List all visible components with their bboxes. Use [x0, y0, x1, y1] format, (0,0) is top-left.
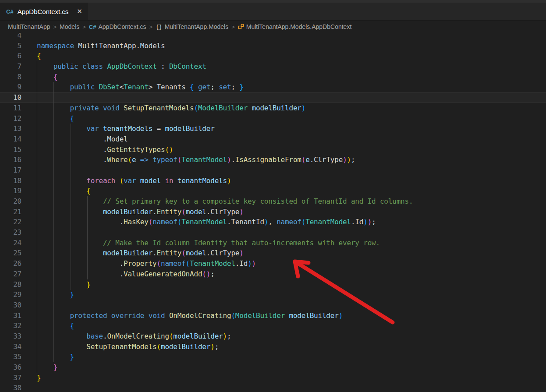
line-number[interactable]: 19 [0, 186, 21, 196]
code-line[interactable]: 6{ [0, 51, 546, 61]
tab-label: AppDbContext.cs [18, 8, 69, 15]
code-line[interactable]: 26 .Property(nameof(TenantModel.Id)) [0, 258, 546, 269]
line-number[interactable]: 17 [0, 165, 21, 176]
line-number[interactable]: 33 [0, 331, 21, 342]
breadcrumb-separator: > [82, 24, 86, 30]
code-text: // Make the Id column Identity that auto… [37, 238, 380, 248]
code-line[interactable]: 38 [0, 383, 546, 392]
code-line[interactable]: 9 public DbSet<Tenant> Tenants { get; se… [0, 82, 546, 92]
code-line[interactable]: 24 // Make the Id column Identity that a… [0, 238, 546, 248]
code-line[interactable]: 25 modelBuilder.Entity(model.ClrType) [0, 248, 546, 258]
line-number[interactable]: 22 [0, 217, 21, 227]
code-line[interactable]: 35 } [0, 352, 546, 362]
code-line[interactable]: 27 .ValueGeneratedOnAdd(); [0, 269, 546, 279]
line-number[interactable]: 6 [0, 51, 21, 61]
line-number[interactable]: 15 [0, 145, 21, 155]
line-number[interactable]: 31 [0, 311, 21, 321]
line-number[interactable]: 26 [0, 258, 21, 269]
code-line[interactable]: 10 [0, 92, 546, 103]
breadcrumb-item-file[interactable]: C# AppDbContext.cs [89, 23, 146, 30]
code-line[interactable]: 30 [0, 300, 546, 311]
code-line[interactable]: 17 [0, 165, 546, 176]
code-line[interactable]: 19 { [0, 186, 546, 196]
code-line[interactable]: 4 [0, 33, 546, 41]
code-line[interactable]: 32 { [0, 321, 546, 331]
breadcrumb-item-project[interactable]: MultiTenantApp [8, 23, 50, 30]
code-line[interactable]: 29 } [0, 290, 546, 300]
code-line[interactable]: 15 .GetEntityTypes() [0, 145, 546, 155]
line-number[interactable]: 34 [0, 342, 21, 352]
tab-appdbcontext[interactable]: C# AppDbContext.cs ✕ [0, 3, 89, 20]
line-number[interactable]: 20 [0, 196, 21, 207]
code-line[interactable]: 31 protected override void OnModelCreati… [0, 311, 546, 321]
tab-close-icon[interactable]: ✕ [77, 7, 82, 15]
code-line[interactable]: 22 .HasKey(nameof(TenantModel.TenantId),… [0, 217, 546, 227]
tab-bar: C# AppDbContext.cs ✕ [0, 3, 546, 21]
code-text: } [37, 290, 74, 300]
code-text: namespace MultiTenantApp.Models [37, 41, 165, 51]
line-number[interactable]: 12 [0, 113, 21, 124]
code-line[interactable]: 5namespace MultiTenantApp.Models [0, 41, 546, 51]
line-number[interactable]: 14 [0, 134, 21, 145]
code-line[interactable]: 37} [0, 373, 546, 383]
line-number[interactable]: 8 [0, 72, 21, 82]
line-number[interactable]: 27 [0, 269, 21, 279]
code-text: public DbSet<Tenant> Tenants { get; set;… [37, 82, 244, 92]
breadcrumb-item-class[interactable]: MultiTenantApp.Models.AppDbContext [238, 23, 351, 30]
code-text: // Set primary key to a composite key co… [37, 196, 413, 207]
code-text: foreach (var model in tenantModels) [37, 176, 231, 186]
breadcrumb-separator: > [231, 24, 235, 30]
code-text: { [37, 186, 91, 196]
line-number[interactable]: 4 [0, 33, 21, 41]
code-text: SetupTenantModels(modelBuilder); [37, 342, 219, 352]
code-text: modelBuilder.Entity(model.ClrType) [37, 248, 244, 258]
code-line[interactable]: 33 base.OnModelCreating(modelBuilder); [0, 331, 546, 342]
line-number[interactable]: 23 [0, 227, 21, 238]
line-number[interactable]: 37 [0, 373, 21, 383]
code-lines: 45namespace MultiTenantApp.Models6{7 pub… [0, 33, 546, 392]
code-line[interactable]: 28 } [0, 279, 546, 290]
line-number[interactable]: 32 [0, 321, 21, 331]
code-line[interactable]: 12 { [0, 113, 546, 124]
code-line[interactable]: 14 .Model [0, 134, 546, 145]
code-editor[interactable]: 45namespace MultiTenantApp.Models6{7 pub… [0, 33, 546, 392]
code-line[interactable]: 8 { [0, 72, 546, 82]
code-text: .GetEntityTypes() [37, 145, 173, 155]
code-text: } [37, 279, 91, 290]
line-number[interactable]: 7 [0, 61, 21, 72]
code-text: { [37, 113, 74, 124]
code-line[interactable]: 18 foreach (var model in tenantModels) [0, 176, 546, 186]
line-number[interactable]: 38 [0, 383, 21, 392]
code-line[interactable]: 7 public class AppDbContext : DbContext [0, 61, 546, 72]
code-line[interactable]: 36 } [0, 362, 546, 373]
line-number[interactable]: 21 [0, 207, 21, 217]
code-line[interactable]: 21 modelBuilder.Entity(model.ClrType) [0, 207, 546, 217]
code-line[interactable]: 16 .Where(e => typeof(TenantModel).IsAss… [0, 155, 546, 165]
breadcrumb-separator: > [149, 24, 152, 30]
line-number[interactable]: 29 [0, 290, 21, 300]
line-number[interactable]: 9 [0, 82, 21, 92]
line-number[interactable]: 25 [0, 248, 21, 258]
code-line[interactable]: 23 [0, 227, 546, 238]
line-number[interactable]: 11 [0, 103, 21, 113]
line-number[interactable]: 16 [0, 155, 21, 165]
code-text: .Property(nameof(TenantModel.Id)) [37, 258, 256, 269]
line-number[interactable]: 10 [0, 92, 21, 103]
line-number[interactable]: 35 [0, 352, 21, 362]
breadcrumb-label: MultiTenantApp [8, 23, 50, 30]
breadcrumb-separator: > [53, 24, 57, 30]
line-number[interactable]: 24 [0, 238, 21, 248]
breadcrumb-item-folder[interactable]: Models [60, 23, 79, 30]
line-number[interactable]: 5 [0, 41, 21, 51]
csharp-file-icon: C# [89, 24, 96, 30]
code-line[interactable]: 34 SetupTenantModels(modelBuilder); [0, 342, 546, 352]
code-line[interactable]: 11 private void SetupTenantModels(ModelB… [0, 103, 546, 113]
line-number[interactable]: 36 [0, 362, 21, 373]
code-line[interactable]: 13 var tenantModels = modelBuilder [0, 124, 546, 134]
line-number[interactable]: 18 [0, 176, 21, 186]
line-number[interactable]: 30 [0, 300, 21, 311]
line-number[interactable]: 13 [0, 124, 21, 134]
line-number[interactable]: 28 [0, 279, 21, 290]
code-line[interactable]: 20 // Set primary key to a composite key… [0, 196, 546, 207]
breadcrumb-item-namespace[interactable]: {} MultiTenantApp.Models [156, 23, 228, 30]
